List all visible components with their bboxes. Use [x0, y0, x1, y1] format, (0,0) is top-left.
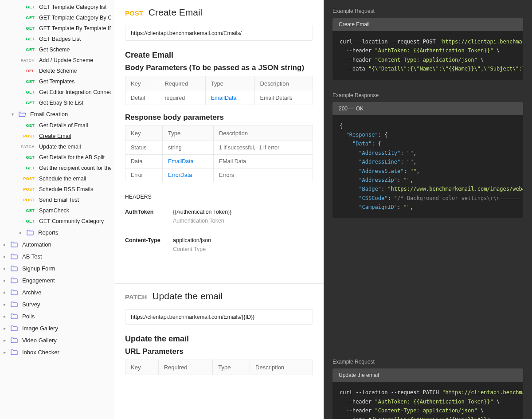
table-cell[interactable]: EmailData: [163, 155, 214, 168]
nav-item[interactable]: GETGet Scheme: [0, 44, 114, 55]
table-row: DetailrequiredEmailDataEmail Details: [125, 91, 313, 105]
nav-item[interactable]: POSTCreate Email: [0, 131, 114, 141]
heading-create-email: Create Email: [125, 51, 313, 60]
nav-item[interactable]: GETGET Community Category: [0, 216, 114, 227]
nav-item[interactable]: GETGET Badges List: [0, 34, 114, 44]
folder-row[interactable]: ▸Inbox Checker: [0, 346, 114, 358]
example-request-bar[interactable]: Update the email: [332, 368, 523, 382]
folder-icon: [11, 313, 18, 319]
nav-item[interactable]: GETGet Details of Email: [0, 120, 114, 131]
folder-row[interactable]: ▸Engagement: [0, 274, 114, 286]
table-cell: Errors: [213, 168, 313, 182]
nav-item[interactable]: GETGet the recipient count for the: [0, 163, 114, 173]
header-entry: AuthToken{{Authentication Token}}Authent…: [125, 209, 313, 224]
nav-label: Schedule RSS Emails: [39, 186, 93, 192]
header-value: {{Authentication Token}}: [173, 209, 232, 215]
header-value: application/json: [173, 237, 211, 243]
nav-item[interactable]: GETGet Templates: [0, 76, 114, 87]
url-params-table: KeyRequiredTypeDescription: [125, 360, 313, 375]
folder-label: Inbox Checker: [22, 349, 59, 356]
table-header: Key: [125, 126, 163, 141]
nav-item[interactable]: POSTSchedule RSS Emails: [0, 184, 114, 195]
nav-item[interactable]: GETGet Ebay Site List: [0, 98, 114, 108]
url-box[interactable]: https://clientapi.benchmarkemail.com/Ema…: [125, 26, 313, 41]
example-request-label: Example Request: [332, 359, 523, 365]
table-header: Type: [163, 126, 214, 141]
table-header: Description: [250, 360, 313, 375]
nav-item[interactable]: GETGet Details for the AB Split: [0, 152, 114, 163]
nav-item[interactable]: GETSpamCheck: [0, 205, 114, 216]
table-cell[interactable]: ErrorData: [163, 168, 214, 182]
table-header: Description: [213, 126, 313, 141]
method-badge: PATCH: [20, 58, 35, 63]
nav-item[interactable]: PATCHAdd / Update Scheme: [0, 55, 114, 66]
url-box[interactable]: https://clientapi.benchmarkemail.com/Ema…: [125, 309, 313, 325]
heading-url-parameters: URL Parameters: [125, 347, 313, 356]
table-cell: Status: [125, 141, 163, 155]
method-badge: PATCH: [20, 145, 35, 149]
header-description: Authentication Token: [173, 218, 224, 224]
nav-item[interactable]: GETGET Template Category By Category ID: [0, 12, 114, 23]
folder-label: Image Gallery: [22, 325, 58, 332]
folder-label: Archive: [22, 289, 41, 296]
nav-item[interactable]: GETGet Editor Integration Connection Lis…: [0, 87, 114, 98]
folder-row[interactable]: ▸Archive: [0, 286, 114, 298]
table-cell[interactable]: EmailData: [205, 91, 254, 105]
table-cell: required: [159, 91, 205, 105]
folder-row[interactable]: ▸Signup Form: [0, 262, 114, 274]
folder-row[interactable]: ▸Image Gallery: [0, 322, 114, 334]
chevron-right-icon: ▸: [4, 314, 8, 319]
nav-label: GET Community Category: [39, 218, 104, 224]
response-params-table: KeyTypeDescription Statusstring1 if succ…: [125, 125, 313, 182]
method-badge: GET: [20, 166, 35, 170]
folder-reports[interactable]: ▸ Reports: [0, 227, 114, 239]
folder-row[interactable]: ▸Survey: [0, 298, 114, 310]
nav-label: Get Details for the AB Split: [39, 154, 105, 161]
table-cell: Error: [125, 168, 163, 182]
method-badge: POST: [20, 134, 35, 138]
nav-label: GET Template Category By Category ID: [39, 15, 111, 21]
table-cell: 1 if successful, -1 if error: [213, 141, 313, 155]
chevron-right-icon: ▸: [4, 254, 8, 259]
endpoint-title: Create Email: [149, 7, 202, 18]
method-badge: GET: [20, 123, 35, 128]
method-badge: GET: [20, 16, 35, 20]
code-block-request[interactable]: curl --location --request PATCH "https:/…: [332, 382, 523, 419]
folder-row[interactable]: ▸Automation: [0, 239, 114, 251]
folder-label: Engagement: [22, 277, 55, 284]
nav-item[interactable]: GETGET Template Category list: [0, 2, 114, 12]
nav-item[interactable]: PATCHUpdate the email: [0, 141, 114, 152]
nav-item[interactable]: POSTSend Email Test: [0, 195, 114, 205]
folder-icon: [11, 266, 18, 271]
header-name: Content-Type: [125, 237, 173, 243]
method-badge: POST: [20, 187, 35, 192]
code-block-response[interactable]: { "Response": { "Data": { "AddressCity":…: [332, 115, 523, 218]
nav-item[interactable]: DELDelete Scheme: [0, 66, 114, 76]
nav-item[interactable]: POSTSchedule the email: [0, 173, 114, 184]
chevron-right-icon: ▸: [4, 242, 8, 247]
method-badge: POST: [20, 176, 35, 181]
code-block-request[interactable]: curl --location --request POST "https://…: [332, 31, 523, 80]
nav-item[interactable]: GETGET Template By Template ID: [0, 23, 114, 34]
table-header: Description: [254, 76, 313, 91]
example-request-bar[interactable]: Create Email: [332, 18, 523, 31]
folder-email-creation[interactable]: ▾ Email Creation: [0, 108, 114, 120]
folder-icon: [11, 302, 18, 307]
nav-label: GET Badges List: [39, 36, 81, 42]
table-header: Key: [125, 76, 159, 91]
example-response-bar[interactable]: 200 — OK: [332, 102, 523, 115]
folder-row[interactable]: ▸Polls: [0, 310, 114, 322]
heading-body-parameters: Body Parameters (To be passed as a JSON …: [125, 63, 313, 72]
endpoint-title: Update the email: [152, 291, 223, 302]
nav-label: Schedule the email: [39, 176, 86, 182]
table-cell: Data: [125, 155, 163, 168]
folder-row[interactable]: ▸AB Test: [0, 251, 114, 262]
section-update-email: PATCH Update the email https://clientapi…: [114, 284, 324, 401]
folder-open-icon: [19, 111, 26, 117]
chevron-down-icon: ▾: [12, 112, 16, 117]
folder-icon: [11, 337, 18, 343]
folder-label: Polls: [22, 313, 35, 320]
folder-row[interactable]: ▸Video Gallery: [0, 334, 114, 346]
table-header: Required: [158, 360, 213, 375]
folder-icon: [27, 230, 34, 235]
